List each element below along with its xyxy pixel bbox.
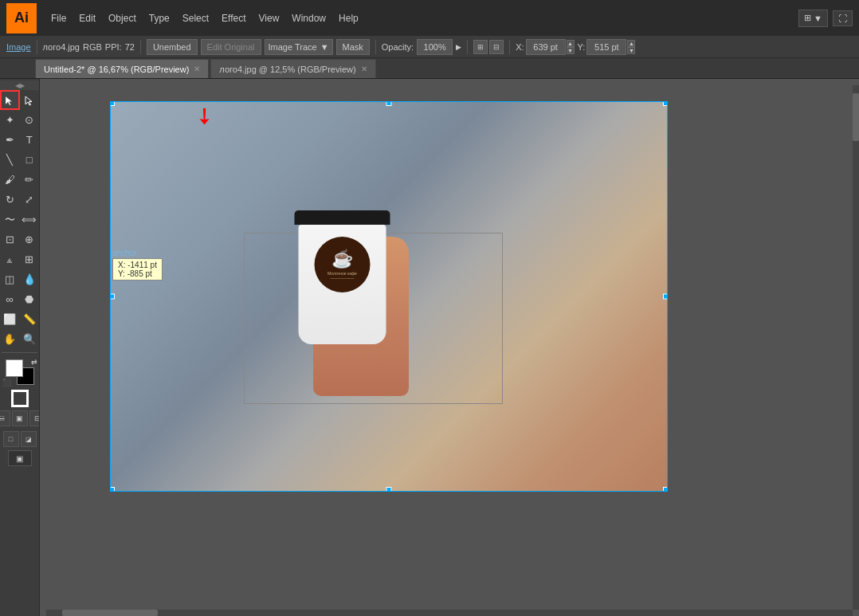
separator-2 bbox=[140, 40, 141, 54]
separator-3 bbox=[375, 40, 376, 54]
menu-type[interactable]: Type bbox=[143, 10, 176, 27]
menu-edit[interactable]: Edit bbox=[73, 10, 102, 27]
cup-icon: ☕ bbox=[331, 249, 353, 269]
cup-body: ☕ Молочное кафе—————— bbox=[299, 225, 386, 344]
normal-mode-btn[interactable]: □ bbox=[3, 431, 19, 447]
control-bar: Image лого4.jpg RGB PPI: 72 Unembed Edit… bbox=[0, 36, 859, 58]
eyedropper-tool[interactable]: 💧 bbox=[20, 269, 40, 289]
mesh-tool[interactable]: ⊞ bbox=[20, 249, 40, 269]
align-btn-1[interactable]: ⊞ bbox=[473, 40, 488, 54]
toolbar-collapse[interactable]: ◀▶ bbox=[0, 80, 39, 90]
tab-logo[interactable]: лого4.jpg @ 12,5% (RGB/Preview) ✕ bbox=[210, 59, 375, 78]
artboard-tool[interactable]: ⬜ bbox=[0, 309, 20, 329]
tool-row-4: ╲ □ bbox=[0, 150, 39, 170]
maximize-btn[interactable]: ⛶ bbox=[833, 10, 853, 26]
tool-row-8: ⊡ ⊕ bbox=[0, 230, 39, 249]
zoom-tool[interactable]: 🔍 bbox=[20, 329, 40, 349]
stroke-swatch[interactable] bbox=[11, 390, 29, 407]
image-link[interactable]: Image bbox=[6, 42, 31, 52]
x-value[interactable]: 639 pt bbox=[526, 39, 566, 55]
tab-close-untitled[interactable]: ✕ bbox=[194, 65, 200, 73]
tool-row-6: ↻ ⤢ bbox=[0, 190, 39, 210]
handle-tr[interactable] bbox=[663, 101, 668, 106]
workspace-selector[interactable]: ⊞ ▼ bbox=[798, 10, 828, 27]
align-btn-2[interactable]: ⊟ bbox=[489, 40, 504, 54]
pattern-btn[interactable]: ⊟ bbox=[29, 410, 41, 426]
unembed-button[interactable]: Unembed bbox=[147, 39, 198, 55]
magic-wand-tool[interactable]: ✦ bbox=[0, 110, 20, 130]
opacity-input[interactable] bbox=[417, 39, 453, 55]
screen-mode-btn[interactable]: ▣ bbox=[8, 450, 32, 466]
selection-tool[interactable] bbox=[0, 90, 20, 110]
scrollbar-thumb-v[interactable] bbox=[853, 93, 859, 141]
menu-effect[interactable]: Effect bbox=[215, 10, 252, 27]
quick-icons: □ ▣ ⊟ bbox=[0, 409, 40, 428]
direct-selection-tool[interactable] bbox=[20, 90, 39, 110]
mask-mode-btn[interactable]: ◪ bbox=[21, 431, 37, 447]
y-down[interactable]: ▼ bbox=[627, 47, 635, 54]
measure-tool[interactable]: 📏 bbox=[20, 309, 40, 329]
scrollbar-thumb-h[interactable] bbox=[62, 610, 158, 616]
canvas-area[interactable]: ➘ bbox=[40, 79, 859, 616]
pencil-tool[interactable]: ✏ bbox=[20, 170, 40, 190]
menu-help[interactable]: Help bbox=[332, 10, 365, 27]
reset-colors-btn[interactable]: ⬛ bbox=[2, 379, 11, 386]
handle-bl[interactable] bbox=[110, 487, 115, 492]
perspective-tool[interactable]: ⟁ bbox=[0, 249, 20, 269]
tool-row-9: ⟁ ⊞ bbox=[0, 249, 39, 269]
image-trace-dropdown[interactable]: Image Trace ▼ bbox=[265, 39, 333, 55]
rect-tool[interactable]: □ bbox=[20, 150, 40, 170]
mask-button[interactable]: Mask bbox=[336, 39, 370, 55]
ppi-value: 72 bbox=[125, 42, 135, 52]
tool-row-1 bbox=[0, 90, 39, 110]
menu-object[interactable]: Object bbox=[102, 10, 143, 27]
handle-ml[interactable] bbox=[110, 294, 115, 300]
tab-untitled[interactable]: Untitled-2* @ 16,67% (RGB/Preview) ✕ bbox=[35, 59, 209, 78]
menu-window[interactable]: Window bbox=[285, 10, 332, 27]
menu-bar: Ai File Edit Object Type Select Effect V… bbox=[0, 0, 859, 36]
gradient-quick-btn[interactable]: ▣ bbox=[12, 410, 28, 426]
x-down[interactable]: ▼ bbox=[567, 47, 575, 54]
scrollbar-horizontal[interactable] bbox=[46, 610, 853, 616]
gradient-tool[interactable]: ◫ bbox=[0, 269, 20, 289]
tab-close-logo[interactable]: ✕ bbox=[361, 65, 367, 73]
menu-select[interactable]: Select bbox=[176, 10, 215, 27]
edit-original-button[interactable]: Edit Original bbox=[201, 39, 261, 55]
separator-1 bbox=[37, 40, 37, 54]
handle-br[interactable] bbox=[663, 487, 668, 492]
none-btn[interactable]: □ bbox=[0, 410, 10, 426]
warp-tool[interactable]: 〜 bbox=[0, 210, 20, 230]
align-icons[interactable]: ⊞ ⊟ bbox=[473, 40, 504, 54]
scrollbar-vertical[interactable] bbox=[853, 85, 859, 610]
paintbrush-tool[interactable]: 🖌 bbox=[0, 170, 20, 190]
livepaint-tool[interactable]: ⬣ bbox=[20, 289, 40, 309]
blend-tool[interactable]: ∞ bbox=[0, 289, 20, 309]
width-tool[interactable]: ⟺ bbox=[20, 210, 40, 230]
swap-colors-btn[interactable]: ⇄ bbox=[31, 358, 37, 366]
anchor-tooltip-container: anchor X: -1411 pt Y: -885 pt bbox=[112, 249, 163, 281]
lasso-tool[interactable]: ⊙ bbox=[20, 110, 40, 130]
line-tool[interactable]: ╲ bbox=[0, 150, 20, 170]
foreground-color-swatch[interactable] bbox=[6, 359, 23, 377]
menu-view[interactable]: View bbox=[253, 10, 286, 27]
y-value[interactable]: 515 pt bbox=[586, 39, 626, 55]
type-tool[interactable]: T bbox=[20, 130, 40, 150]
menu-file[interactable]: File bbox=[45, 10, 73, 27]
x-up[interactable]: ▲ bbox=[567, 40, 575, 47]
anchor-coords-box: X: -1411 pt Y: -885 pt bbox=[112, 258, 163, 281]
handle-tc[interactable] bbox=[386, 101, 392, 106]
filename-display: лого4.jpg bbox=[43, 42, 80, 52]
anchor-y: Y: -885 pt bbox=[118, 269, 157, 278]
handle-bc[interactable] bbox=[386, 487, 392, 492]
handle-mr[interactable] bbox=[663, 294, 668, 300]
scale-tool[interactable]: ⤢ bbox=[20, 190, 40, 210]
hand-tool[interactable]: ✋ bbox=[0, 329, 20, 349]
rotate-tool[interactable]: ↻ bbox=[0, 190, 20, 210]
y-up[interactable]: ▲ bbox=[627, 40, 635, 47]
handle-tl[interactable] bbox=[110, 101, 115, 106]
tool-row-10: ◫ 💧 bbox=[0, 269, 39, 289]
freetransform-tool[interactable]: ⊡ bbox=[0, 230, 20, 249]
shapebuilder-tool[interactable]: ⊕ bbox=[20, 230, 40, 249]
pen-tool[interactable]: ✒ bbox=[0, 130, 20, 150]
coffee-scene-image: ☕ Молочное кафе—————— bbox=[110, 101, 668, 492]
